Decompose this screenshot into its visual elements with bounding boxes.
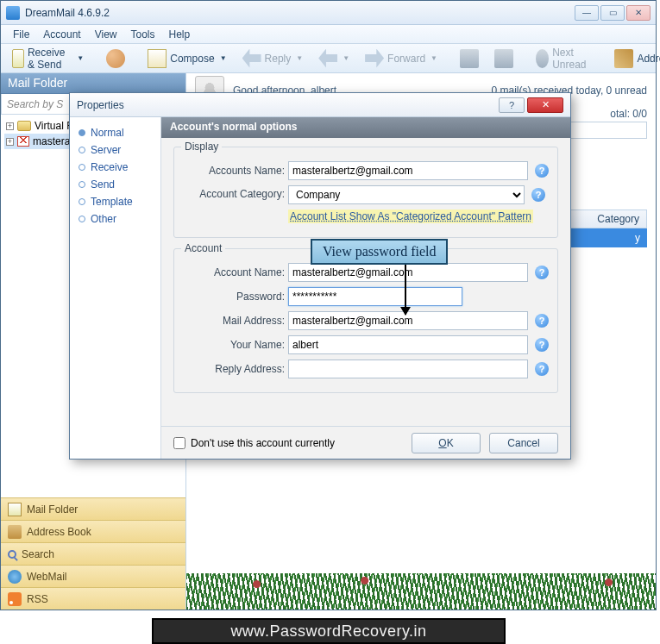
receive-send-button[interactable]: Receive & Send ▼ bbox=[6, 43, 90, 74]
forward-label: Forward bbox=[387, 53, 425, 65]
expand-icon[interactable]: + bbox=[6, 138, 14, 146]
nav-buttons: Mail Folder Address Book Search WebMail … bbox=[1, 497, 185, 610]
nav-label: Template bbox=[91, 196, 133, 208]
address-label: Address bbox=[637, 53, 660, 65]
nav-template[interactable]: Template bbox=[77, 193, 154, 210]
grass-decoration bbox=[186, 573, 656, 610]
delete-button[interactable] bbox=[454, 46, 485, 72]
reply-all-button[interactable]: ▼ bbox=[312, 46, 355, 72]
compose-label: Compose bbox=[170, 53, 214, 65]
nav-mail-folder[interactable]: Mail Folder bbox=[1, 497, 185, 520]
main-toolbar: Receive & Send ▼ Compose ▼ Reply ▼ ▼ For… bbox=[1, 44, 656, 73]
next-unread-button[interactable]: Next Unread bbox=[530, 43, 598, 74]
reply-icon bbox=[242, 49, 261, 68]
reply-address-input[interactable] bbox=[288, 360, 528, 378]
category-value: y bbox=[635, 232, 640, 244]
nav-webmail[interactable]: WebMail bbox=[1, 565, 185, 587]
help-icon[interactable]: ? bbox=[535, 338, 549, 352]
dialog-title: Properties bbox=[77, 99, 499, 111]
label-password: Password: bbox=[183, 291, 285, 303]
account-category-select[interactable]: Company bbox=[288, 185, 525, 204]
dialog-titlebar: Properties ? ✕ bbox=[70, 93, 570, 117]
label-account-category: Account Category: bbox=[183, 189, 285, 200]
category-column-label: Category bbox=[597, 213, 639, 225]
reply-label: Reply bbox=[265, 53, 292, 65]
reply-button[interactable]: Reply ▼ bbox=[236, 46, 310, 72]
window-buttons: — ▭ ✕ bbox=[575, 5, 651, 21]
nav-search[interactable]: Search bbox=[1, 542, 185, 565]
print-icon bbox=[494, 49, 513, 68]
next-icon bbox=[536, 49, 549, 68]
nav-normal[interactable]: Normal bbox=[77, 124, 154, 141]
nav-other[interactable]: Other bbox=[77, 210, 154, 228]
dialog-help-button[interactable]: ? bbox=[499, 97, 525, 113]
close-button[interactable]: ✕ bbox=[626, 5, 651, 21]
nav-label: Server bbox=[91, 144, 121, 156]
address-icon bbox=[614, 49, 633, 68]
bullet-icon bbox=[79, 164, 85, 171]
dropdown-icon: ▼ bbox=[343, 54, 349, 62]
accounts-name-input[interactable] bbox=[288, 161, 528, 180]
row-account-category: Account Category: Company ? bbox=[183, 185, 549, 204]
row-accounts-name: Accounts Name: ? bbox=[183, 161, 549, 180]
mail-icon bbox=[8, 503, 22, 516]
help-icon[interactable]: ? bbox=[535, 266, 549, 279]
compose-icon bbox=[148, 49, 167, 68]
nav-send[interactable]: Send bbox=[77, 176, 154, 193]
dont-use-checkbox[interactable] bbox=[173, 437, 185, 449]
row-reply-address: Reply Address: ? bbox=[183, 360, 549, 378]
section-header: Account's normal options bbox=[161, 117, 570, 138]
titlebar: DreamMail 4.6.9.2 — ▭ ✕ bbox=[1, 1, 656, 25]
menu-account[interactable]: Account bbox=[36, 27, 87, 42]
row-pattern-link: Account List Show As "Categorized Accoun… bbox=[183, 209, 549, 223]
app-icon bbox=[6, 6, 20, 20]
dont-use-label: Don't use this account currently bbox=[191, 437, 335, 449]
print-button[interactable] bbox=[488, 46, 519, 72]
address-book-icon bbox=[8, 525, 22, 539]
help-icon[interactable]: ? bbox=[535, 164, 549, 178]
dont-use-checkbox-label[interactable]: Don't use this account currently bbox=[173, 437, 335, 449]
cancel-button[interactable]: Cancel bbox=[489, 433, 558, 453]
people-icon bbox=[106, 49, 125, 68]
help-icon[interactable]: ? bbox=[535, 314, 549, 328]
contacts-button[interactable] bbox=[100, 46, 131, 72]
nav-label: Normal bbox=[91, 127, 124, 139]
menu-tools[interactable]: Tools bbox=[124, 27, 162, 42]
callout: View password field bbox=[311, 239, 448, 315]
nav-server[interactable]: Server bbox=[77, 141, 154, 159]
help-icon[interactable]: ? bbox=[535, 362, 549, 376]
reply-all-icon bbox=[318, 49, 337, 68]
ok-button[interactable]: OK bbox=[412, 433, 481, 453]
menu-bar: File Account View Tools Help bbox=[1, 25, 656, 44]
pattern-link[interactable]: Account List Show As "Categorized Accoun… bbox=[288, 209, 533, 223]
nav-label: Send bbox=[91, 178, 115, 191]
menu-help[interactable]: Help bbox=[162, 27, 198, 42]
menu-file[interactable]: File bbox=[6, 27, 36, 42]
menu-view[interactable]: View bbox=[88, 27, 124, 42]
label-mail-address: Mail Address: bbox=[183, 315, 285, 327]
maximize-button[interactable]: ▭ bbox=[600, 5, 625, 21]
your-name-input[interactable] bbox=[288, 335, 528, 354]
compose-button[interactable]: Compose ▼ bbox=[141, 46, 232, 72]
forward-button[interactable]: Forward ▼ bbox=[359, 46, 443, 72]
nav-address-book[interactable]: Address Book bbox=[1, 520, 185, 542]
window-title: DreamMail 4.6.9.2 bbox=[25, 7, 575, 19]
nav-receive[interactable]: Receive bbox=[77, 159, 154, 176]
expand-icon[interactable]: + bbox=[6, 122, 14, 130]
dialog-nav: Normal Server Receive Send Template Othe… bbox=[70, 117, 161, 459]
delete-icon bbox=[460, 49, 479, 68]
next-unread-label: Next Unread bbox=[552, 47, 592, 71]
label-accounts-name: Accounts Name: bbox=[183, 165, 285, 177]
nav-rss[interactable]: RSS bbox=[1, 587, 185, 610]
callout-box: View password field bbox=[311, 239, 448, 265]
label-reply-address: Reply Address: bbox=[183, 363, 285, 375]
help-icon[interactable]: ? bbox=[531, 188, 545, 202]
row-your-name: Your Name: ? bbox=[183, 335, 549, 354]
tree-label: Virtual F bbox=[35, 120, 72, 132]
address-button[interactable]: Address bbox=[608, 46, 660, 72]
gmail-icon bbox=[17, 136, 29, 147]
dialog-close-button[interactable]: ✕ bbox=[527, 97, 563, 113]
dropdown-icon: ▼ bbox=[296, 54, 303, 62]
search-icon bbox=[8, 550, 16, 559]
minimize-button[interactable]: — bbox=[575, 5, 599, 21]
